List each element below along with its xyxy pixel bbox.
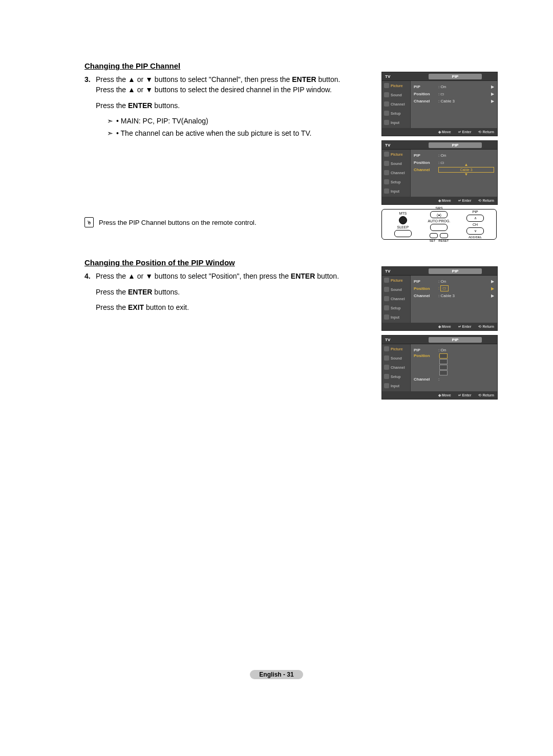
pip-tab: PIP — [429, 74, 482, 79]
step-4-line-1: Press the ▲ or ▼ buttons to select "Posi… — [96, 271, 379, 281]
tv-screen-pip-menu: TV PIP Picture Sound Channel Setup Input… — [381, 72, 498, 136]
step-3-line-1: Press the ▲ or ▼ buttons to select "Chan… — [96, 74, 379, 95]
step-3-line-2: Press the ENTER buttons. — [96, 100, 379, 111]
remote-autoprog-button[interactable] — [430, 224, 448, 231]
tv-footer: ◆ Move ↵ Enter ⟲ Return — [382, 128, 497, 136]
note-arrow-icon: ➣ — [107, 116, 116, 126]
spinner-up-icon[interactable]: ▲ — [438, 163, 494, 167]
position-row-highlight[interactable]: Position : ▭ ▶ — [414, 285, 494, 292]
remote-sleep-button[interactable] — [394, 230, 412, 237]
step-number: 3. — [84, 74, 96, 140]
position-option[interactable] — [439, 353, 448, 359]
position-option[interactable] — [439, 365, 448, 370]
remote-pip-ch-down-button[interactable]: ∨ — [466, 227, 484, 235]
note-arrow-icon: ➣ — [107, 128, 116, 138]
tv-screens-section1: TV PIP Picture Sound Channel Setup Input… — [381, 72, 497, 240]
page-number-pill: English - 31 — [250, 670, 303, 679]
remote-set-button[interactable] — [430, 233, 438, 238]
remote-mts-button[interactable] — [399, 216, 407, 224]
note-main-pip: ➣ • MAIN: PC, PIP: TV(Analog) — [107, 116, 379, 126]
remote-srs-button[interactable]: (●) — [430, 211, 448, 218]
position-option[interactable] — [439, 370, 448, 375]
remote-reset-button[interactable] — [440, 233, 448, 238]
position-options[interactable] — [439, 353, 448, 375]
step-4-line-3: Press the EXIT button to exit. — [96, 302, 379, 312]
position-option[interactable] — [439, 359, 448, 364]
step-number: 4. — [84, 271, 96, 318]
remote-pip-ch-up-button[interactable]: ∧ — [466, 215, 484, 222]
tv-screen-position-highlight: TV PIP Picture Sound Channel Setup Input… — [381, 266, 498, 331]
remote-hint-text: Press the PIP Channel buttons on the rem… — [99, 219, 257, 226]
note-channel-active: ➣ • The channel can be active when the s… — [107, 128, 379, 138]
section-title-position: Changing the Position of the PIP Window — [84, 258, 497, 267]
remote-control-diagram: MTS SLEEP SRS (●) AUTO PROG. SETRESET PI… — [381, 209, 497, 240]
section-title-channel: Changing the PIP Channel — [84, 61, 497, 70]
step-4-line-2: Press the ENTER buttons. — [96, 287, 379, 297]
page-footer: English - 31 — [0, 670, 553, 679]
tv-header-label: TV — [382, 74, 413, 79]
tv-screen-position-options: TV PIP Picture Sound Channel Setup Input… — [381, 335, 498, 400]
remote-icon: 🖱 — [84, 217, 94, 227]
tv-sidebar: Picture Sound Channel Setup Input — [382, 81, 411, 128]
spinner-down-icon[interactable]: ▼ — [438, 173, 494, 177]
tv-screens-section2: TV PIP Picture Sound Channel Setup Input… — [381, 266, 497, 404]
tv-screen-channel-select: TV PIP Picture Sound Channel Setup Input… — [381, 140, 498, 205]
channel-spinner-row[interactable]: Channel ▲ Cable 3 ▼ — [414, 166, 494, 173]
